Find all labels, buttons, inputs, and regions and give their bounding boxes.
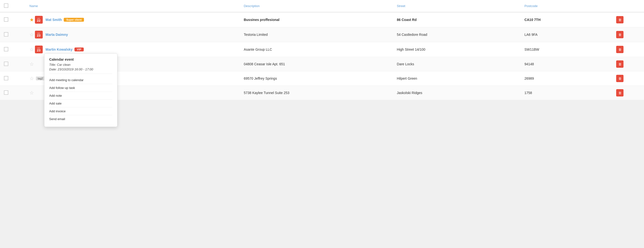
row-icons: ☆ bbox=[30, 61, 35, 67]
popup-action-0[interactable]: Add meeting to calendar bbox=[49, 76, 112, 84]
star-icon[interactable]: ☆ bbox=[30, 32, 34, 37]
calendar-icon[interactable]: ●● 23 bbox=[35, 31, 43, 38]
delete-button-6[interactable]: 🗑 bbox=[616, 89, 624, 97]
star-icon[interactable]: ☆ bbox=[30, 90, 34, 96]
row-icons: ☆ ●● 23 bbox=[30, 31, 45, 38]
table-row: ★ ●● 22 Mat SmithSuper clientBussines pr… bbox=[0, 12, 644, 27]
contact-badge: VIP bbox=[74, 47, 84, 51]
star-icon[interactable]: ★ bbox=[30, 17, 34, 23]
delete-button-1[interactable]: 🗑 bbox=[616, 16, 624, 23]
row-checkbox-4[interactable] bbox=[4, 62, 8, 66]
delete-button-3[interactable]: 🗑 bbox=[616, 46, 624, 53]
calendar-icon[interactable]: ●● 23 bbox=[35, 46, 43, 53]
street-cell: Jaskolski Ridges bbox=[393, 86, 521, 100]
row-checkbox-1[interactable] bbox=[4, 17, 8, 22]
street-cell: Hilpert Green bbox=[393, 71, 521, 86]
postcode-cell: 26989 bbox=[520, 71, 612, 86]
popup-event-title: Calendar event bbox=[49, 57, 112, 61]
calendar-icon[interactable]: ●● 22 bbox=[35, 16, 43, 24]
name-cell: ☆ ●● 23 Marta Daimny bbox=[30, 31, 236, 38]
popup-title-detail: Title: Car clean bbox=[49, 63, 112, 67]
star-icon[interactable]: ☆ bbox=[30, 46, 34, 52]
popup-divider bbox=[49, 74, 112, 74]
delete-button-2[interactable]: 🗑 bbox=[616, 31, 624, 38]
postcode-cell: CA10 7TH bbox=[520, 12, 612, 27]
contact-tag: tag2 bbox=[36, 77, 45, 80]
row-checkbox-5[interactable] bbox=[4, 76, 8, 80]
popup-date-detail: Date: 23/10/2019 16:00 - 17:00 bbox=[49, 67, 112, 71]
popup-action-4[interactable]: Add invoice bbox=[49, 107, 112, 115]
popup-action-3[interactable]: Add sale bbox=[49, 99, 112, 107]
contacts-table: Name Description Street Postcode ★ ●● 22… bbox=[0, 0, 644, 100]
star-icon[interactable]: ☆ bbox=[30, 76, 34, 81]
street-cell: High Street 14/100 bbox=[393, 42, 521, 57]
name-cell: ★ ●● 22 Mat SmithSuper client bbox=[30, 16, 236, 24]
row-icons: ☆ ●● 23 bbox=[30, 46, 45, 53]
star-icon[interactable]: ☆ bbox=[30, 61, 34, 67]
header-description: Description bbox=[240, 0, 393, 12]
delete-button-5[interactable]: 🗑 bbox=[616, 75, 624, 82]
popup-action-2[interactable]: Add note bbox=[49, 92, 112, 99]
row-checkbox-2[interactable] bbox=[4, 32, 8, 36]
street-cell: 86 Coast Rd bbox=[393, 12, 521, 27]
calendar-popup: Calendar event Title: Car clean Date: 23… bbox=[44, 53, 118, 127]
header-action bbox=[612, 0, 644, 12]
description-cell: Asante Group LLC bbox=[240, 42, 393, 57]
contact-name-link[interactable]: Martin Kowalsky bbox=[46, 47, 72, 51]
postcode-cell: 94148 bbox=[520, 57, 612, 71]
header-postcode: Postcode bbox=[520, 0, 612, 12]
row-icons: ☆ bbox=[30, 76, 35, 81]
popup-action-1[interactable]: Add follow up task bbox=[49, 84, 112, 92]
postcode-cell: SW11BW bbox=[520, 42, 612, 57]
contact-name-link[interactable]: Marta Daimny bbox=[46, 33, 68, 36]
row-icons: ☆ bbox=[30, 90, 35, 96]
description-cell: Testoria Limited bbox=[240, 27, 393, 42]
postcode-cell: LA6 9FA bbox=[520, 27, 612, 42]
postcode-cell: 1758 bbox=[520, 86, 612, 100]
description-cell: Bussines proffesional bbox=[240, 12, 393, 27]
row-icons: ★ ●● 22 bbox=[30, 16, 45, 24]
name-cell: ☆ ●● 23 Martin KowalskyVIP bbox=[30, 46, 236, 53]
select-all-checkbox[interactable] bbox=[4, 3, 8, 8]
contact-badge: Super client bbox=[64, 18, 84, 22]
row-checkbox-6[interactable] bbox=[4, 90, 8, 95]
header-name: Name bbox=[26, 0, 240, 12]
header-check bbox=[0, 0, 26, 12]
street-cell: 54 Castledore Road bbox=[393, 27, 521, 42]
popup-action-5[interactable]: Send email bbox=[49, 115, 112, 123]
description-cell: 5738 Kaylee Tunnel Suite 253 bbox=[240, 86, 393, 100]
table-row: ☆ ●● 23 Marta DaimnyTestoria Limited54 C… bbox=[0, 27, 644, 42]
description-cell: 04808 Ceasar Isle Apt. 651 bbox=[240, 57, 393, 71]
description-cell: 69570 Jeffrey Springs bbox=[240, 71, 393, 86]
row-checkbox-3[interactable] bbox=[4, 47, 8, 51]
header-street: Street bbox=[393, 0, 521, 12]
contact-name-link[interactable]: Mat Smith bbox=[46, 18, 62, 22]
contacts-table-container: Name Description Street Postcode ★ ●● 22… bbox=[0, 0, 644, 100]
delete-button-4[interactable]: 🗑 bbox=[616, 60, 624, 68]
street-cell: Dare Locks bbox=[393, 57, 521, 71]
table-row: ☆ ●● 23 Martin KowalskyVIP Calendar even… bbox=[0, 42, 644, 57]
